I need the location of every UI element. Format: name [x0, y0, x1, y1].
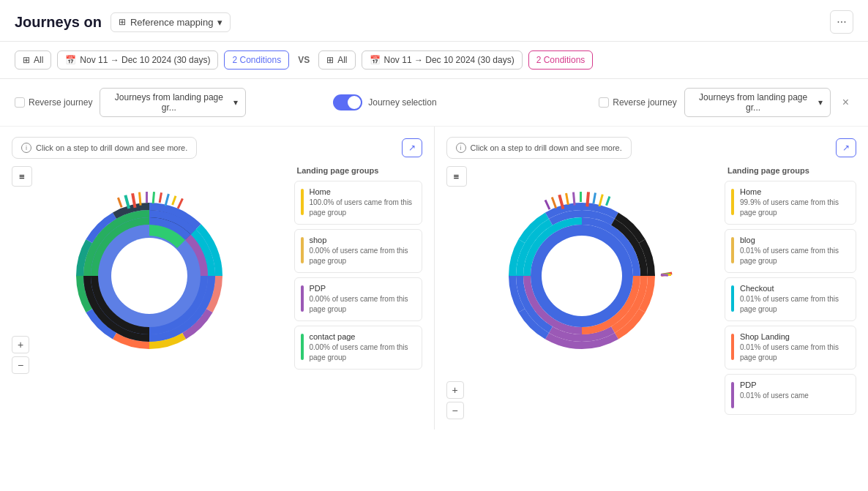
more-icon: ··· [837, 15, 846, 29]
ref-mapping-label: Reference mapping [130, 17, 213, 28]
svg-rect-13 [565, 193, 569, 205]
left-chart-area: ≡ [12, 166, 287, 374]
right-legend-item-1: blog 0.01% of users came from this page … [725, 229, 856, 273]
left-sunburst-chart [61, 188, 237, 364]
legend-color-swatch-r [731, 189, 734, 215]
controls-bar: Reverse journey Journeys from landing pa… [0, 79, 868, 127]
left-legend-item-2: PDP 0.00% of users came from this page g… [294, 277, 422, 321]
svg-rect-17 [592, 192, 596, 203]
right-conditions-filter[interactable]: 2 Conditions [528, 50, 594, 70]
map-icon: ⊞ [119, 17, 126, 27]
left-zoom-out-button[interactable]: − [12, 356, 29, 374]
right-menu-button[interactable]: ≡ [446, 166, 467, 187]
info-icon-2: i [456, 143, 466, 153]
right-date-filter[interactable]: 📅 Nov 11 → Dec 10 2024 (30 days) [362, 50, 523, 70]
main-content: i Click on a step to drill down and see … [0, 127, 868, 430]
left-legend-item-3: contact page 0.00% of users came from th… [294, 326, 422, 370]
left-legend-item-1: shop 0.00% of users came from this page … [294, 229, 422, 273]
journey-selection-toggle-group: Journey selection [333, 94, 436, 110]
right-panel: i Click on a step to drill down and see … [435, 127, 869, 430]
left-menu-button[interactable]: ≡ [12, 166, 32, 187]
right-journey-select[interactable]: Journeys from landing page gr... ▾ [684, 88, 831, 117]
svg-rect-4 [151, 192, 154, 203]
right-legend-title: Landing page groups [725, 166, 856, 175]
left-panel-body: ≡ [12, 166, 422, 374]
info-icon: i [21, 143, 31, 153]
right-reverse-journey-checkbox[interactable]: Reverse journey [599, 97, 676, 108]
left-chart[interactable] [12, 188, 287, 364]
menu-icon: ≡ [19, 171, 25, 182]
more-options-button[interactable]: ··· [830, 10, 853, 34]
svg-rect-6 [164, 194, 169, 206]
left-legend-title: Landing page groups [294, 166, 422, 175]
svg-rect-19 [605, 196, 610, 206]
journey-selection-toggle[interactable] [333, 94, 362, 110]
legend-color-swatch-r [731, 237, 734, 263]
right-expand-button[interactable]: ↗ [836, 138, 856, 157]
left-journey-select[interactable]: Journeys from landing page gr... ▾ [100, 88, 246, 117]
left-date-filter[interactable]: 📅 Nov 11 → Dec 10 2024 (30 days) [57, 50, 218, 70]
menu-icon-2: ≡ [454, 171, 460, 182]
expand-icon: ↗ [408, 143, 416, 153]
right-legend-item-2: Checkout 0.01% of users came from this p… [725, 277, 856, 321]
left-legend-item-0: Home 100.0% of users came from this page… [294, 181, 422, 225]
chevron-down-icon: ▾ [217, 17, 222, 28]
legend-color-swatch-r [731, 382, 734, 408]
grid-icon: ⊞ [23, 55, 30, 65]
svg-point-26 [544, 238, 620, 314]
page-title: Journeys on [15, 14, 102, 31]
left-drill-hint-row: i Click on a step to drill down and see … [12, 137, 422, 159]
svg-point-11 [111, 238, 187, 314]
left-zoom-controls: + − [12, 336, 29, 374]
legend-color-swatch [301, 237, 304, 263]
left-expand-button[interactable]: ↗ [402, 138, 422, 157]
close-right-panel-button[interactable]: × [838, 94, 853, 110]
svg-rect-3 [146, 192, 148, 203]
right-zoom-controls: + − [446, 381, 464, 419]
left-legend-items: Home 100.0% of users came from this page… [294, 181, 422, 370]
close-icon: × [842, 96, 849, 108]
right-drill-hint-row: i Click on a step to drill down and see … [446, 137, 857, 159]
grid-icon-2: ⊞ [326, 55, 334, 65]
left-reverse-journey-checkbox[interactable]: Reverse journey [15, 97, 92, 108]
right-legend: Landing page groups Home 99.9% of users … [725, 166, 856, 419]
header-left: Journeys on ⊞ Reference mapping ▾ [15, 12, 231, 32]
right-sunburst-chart [494, 188, 670, 364]
legend-color-swatch [301, 334, 304, 360]
right-chart-area: ≡ [446, 166, 718, 419]
left-conditions-filter[interactable]: 2 Conditions [224, 50, 289, 70]
left-zoom-in-button[interactable]: + [12, 336, 29, 353]
right-zoom-out-button[interactable]: − [446, 402, 464, 419]
right-legend-item-3: Shop Landing 0.01% of users came from th… [725, 326, 856, 370]
left-panel: i Click on a step to drill down and see … [0, 127, 435, 430]
filters-bar: ⊞ All 📅 Nov 11 → Dec 10 2024 (30 days) 2… [0, 42, 868, 79]
right-chart[interactable] [446, 188, 718, 364]
controls-right: Reverse journey Journeys from landing pa… [599, 88, 853, 117]
chevron-down-icon-2: ▾ [233, 97, 238, 108]
toggle-label: Journey selection [368, 97, 436, 108]
svg-rect-5 [158, 192, 162, 203]
svg-rect-8 [176, 198, 183, 209]
right-legend-items: Home 99.9% of users came from this page … [725, 181, 856, 415]
svg-rect-9 [124, 195, 130, 209]
svg-rect-18 [598, 194, 603, 206]
right-zoom-in-button[interactable]: + [446, 381, 464, 399]
checkbox-icon-2 [599, 97, 609, 108]
svg-rect-7 [171, 195, 176, 205]
right-panel-body: ≡ [446, 166, 857, 419]
svg-rect-21 [544, 200, 550, 210]
controls-left: Reverse journey Journeys from landing pa… [15, 88, 246, 117]
right-all-filter[interactable]: ⊞ All [318, 50, 355, 70]
left-drill-hint: i Click on a step to drill down and see … [12, 137, 197, 159]
right-drill-hint: i Click on a step to drill down and see … [446, 137, 632, 159]
checkbox-icon [15, 97, 25, 108]
ref-mapping-button[interactable]: ⊞ Reference mapping ▾ [111, 12, 231, 32]
legend-color-swatch-r [731, 285, 734, 312]
svg-rect-10 [117, 198, 123, 208]
legend-color-swatch [301, 189, 304, 215]
left-all-filter[interactable]: ⊞ All [15, 50, 51, 70]
left-legend: Landing page groups Home 100.0% of users… [294, 166, 422, 374]
calendar-icon: 📅 [65, 55, 76, 65]
right-legend-item-4: PDP 0.01% of users came [725, 374, 856, 415]
svg-rect-15 [580, 192, 582, 202]
